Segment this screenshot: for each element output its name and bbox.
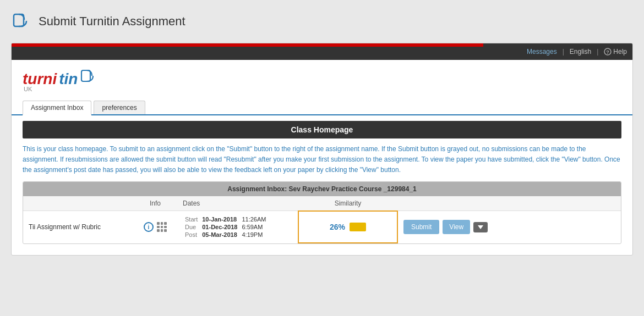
grid-cell-9: [164, 229, 167, 232]
turnitin-logo: turnitin UK: [23, 68, 95, 92]
help-label: Help: [613, 48, 627, 56]
nav-separator2: |: [597, 48, 598, 56]
grid-cell-7: [157, 229, 160, 232]
table-row: Tii Assignment w/ Rubric i: [23, 211, 621, 243]
help-button[interactable]: ? Help: [604, 48, 627, 56]
turnitin-header-icon: [11, 11, 32, 32]
svg-rect-3: [81, 70, 90, 81]
grid-cell-6: [164, 226, 167, 229]
page-title: Submit Turnitin Assignment: [39, 14, 185, 29]
logo-uk: UK: [24, 86, 32, 92]
inbox-header: Assignment Inbox: Sev Raychev Practice C…: [23, 182, 621, 196]
download-arrow-icon: [478, 225, 483, 229]
post-label: Post: [183, 231, 200, 239]
col-header-info: Info: [133, 196, 177, 211]
submit-button[interactable]: Submit: [403, 220, 439, 234]
class-homepage-header: Class Homepage: [23, 121, 621, 138]
dates-cell: Start 10-Jan-2018 11:26AM Due 01-Dec-201…: [177, 211, 298, 243]
info-circle-icon[interactable]: i: [144, 222, 154, 232]
grid-cell-2: [161, 222, 163, 225]
logo-icon: [80, 68, 95, 86]
post-date: 05-Mar-2018: [200, 231, 239, 239]
col-header-dates: Dates: [177, 196, 298, 211]
grid-cell-5: [161, 226, 163, 229]
tabs-bar: Assignment Inbox preferences: [12, 101, 632, 115]
col-header-similarity: Similarity: [298, 196, 397, 211]
top-bar-red-stripe: [12, 43, 483, 47]
svg-rect-0: [14, 14, 24, 26]
info-icons: i: [139, 222, 172, 232]
due-time: 6:59AM: [239, 223, 268, 231]
assignment-inbox-container: Assignment Inbox: Sev Raychev Practice C…: [23, 181, 621, 245]
grid-cell-1: [157, 222, 160, 225]
actions-cell: Submit View: [397, 211, 621, 243]
view-button[interactable]: View: [443, 220, 470, 234]
info-icons-cell: i: [133, 211, 177, 243]
help-icon: ?: [604, 48, 612, 56]
tab-preferences[interactable]: preferences: [94, 101, 145, 114]
similarity-cell: 26%: [298, 211, 397, 243]
download-button[interactable]: [473, 222, 488, 232]
assignment-name: Tii Assignment w/ Rubric: [23, 211, 133, 243]
top-bar: Messages | English | ? Help: [12, 43, 632, 60]
grid-icon[interactable]: [157, 222, 167, 232]
svg-text:?: ?: [607, 49, 610, 55]
logo-text-blue: tin: [59, 70, 78, 88]
due-label: Due: [183, 223, 200, 231]
start-date: 10-Jan-2018: [200, 215, 239, 223]
similarity-content: 26%: [303, 223, 392, 231]
nav-separator: |: [563, 48, 564, 56]
grid-cell-4: [157, 226, 160, 229]
messages-link[interactable]: Messages: [527, 48, 557, 56]
similarity-percentage: 26%: [330, 223, 345, 231]
grid-cell-8: [161, 229, 163, 232]
col-header-actions: [397, 196, 621, 211]
similarity-bar: [350, 223, 366, 231]
inbox-table: Info Dates Similarity Tii Assignment w/ …: [23, 196, 621, 244]
start-time: 11:26AM: [239, 215, 268, 223]
post-time: 4:19PM: [239, 231, 268, 239]
due-date: 01-Dec-2018: [200, 223, 239, 231]
tab-assignment-inbox[interactable]: Assignment Inbox: [23, 101, 91, 115]
logo-area: turnitin UK: [12, 60, 632, 101]
class-homepage-info: This is your class homepage. To submit t…: [23, 144, 621, 176]
dates-table: Start 10-Jan-2018 11:26AM Due 01-Dec-201…: [183, 215, 268, 239]
col-header-assignment: [23, 196, 133, 211]
language-label: English: [570, 48, 591, 56]
inbox-table-header: Info Dates Similarity: [23, 196, 621, 211]
start-label: Start: [183, 215, 200, 223]
top-bar-nav: Messages | English | ? Help: [527, 48, 627, 56]
grid-cell-3: [164, 222, 167, 225]
actions-buttons: Submit View: [403, 220, 615, 234]
